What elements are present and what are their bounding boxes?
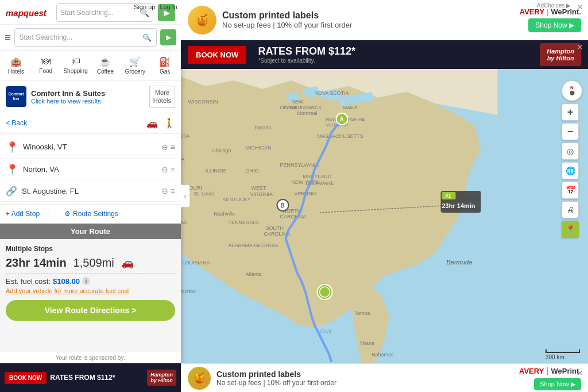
stop-list-icon-1[interactable]: ≡ — [171, 143, 175, 152]
ad-choices[interactable]: AdChoices ▶ — [537, 2, 571, 9]
svg-text:MARYLAND: MARYLAND — [303, 174, 332, 179]
svg-text:Atlanta: Atlanta — [246, 271, 262, 277]
stop-list-icon-3[interactable]: ≡ — [171, 186, 175, 195]
log-in-link[interactable]: Log In — [160, 3, 177, 10]
stop-actions-3: ⊖ ≡ — [161, 186, 175, 195]
category-shopping[interactable]: 🏷 Shopping — [62, 54, 90, 77]
calendar-button[interactable]: 📅 — [562, 182, 579, 199]
print-button[interactable]: 🖨 — [562, 201, 579, 218]
settings-icon: ⚙ — [64, 210, 71, 218]
route-panel: < Back 🚗 🚶 📍 Winooski, VT ⊖ ≡ 📍 Norton, … — [0, 113, 181, 392]
svg-text:Bahamas: Bahamas — [372, 352, 394, 358]
svg-text:NEW: NEW — [292, 99, 304, 105]
ad-close-icon[interactable]: ✕ — [577, 2, 583, 11]
shop-now-button[interactable]: Shop Now ▶ — [528, 18, 581, 32]
back-button[interactable]: < Back — [6, 119, 27, 127]
shopping-icon: 🏷 — [71, 56, 80, 67]
gas-label: Gas — [160, 68, 170, 75]
bottom-ad-title: Custom printed labels — [216, 370, 513, 379]
fuel-info-icon[interactable]: ℹ — [82, 277, 90, 285]
stop-name-2: Norton, VA — [23, 165, 157, 174]
stop-item-3: 🔗 St. Augustine, FL ⊖ ≡ — [0, 181, 181, 202]
category-coffee[interactable]: ☕ Coffee — [91, 54, 119, 77]
stop-minus-icon-2[interactable]: ⊖ — [161, 165, 168, 174]
hamburger-icon[interactable]: ≡ — [5, 32, 11, 44]
hotel-info: Comfort Inn & Suites Click here to view … — [31, 89, 145, 105]
route-divider — [6, 273, 175, 274]
stop-actions-2: ⊖ ≡ — [161, 165, 175, 174]
rates-sub: *Subject to availability. — [258, 57, 534, 64]
svg-text:A: A — [340, 116, 344, 122]
route-settings-label: Route Settings — [73, 210, 118, 218]
svg-text:Gulf: Gulf — [320, 328, 332, 335]
stop-item-1: 📍 Winooski, VT ⊖ ≡ — [0, 136, 181, 159]
sign-up-link[interactable]: Sign up — [134, 3, 155, 10]
walking-icon[interactable]: 🚶 — [164, 118, 175, 129]
category-hotels[interactable]: 🏨 Hotels — [2, 54, 30, 77]
ad-right: AVERY | WePrint. Shop Now ▶ — [520, 7, 581, 32]
bottom-ad-close-icon[interactable]: ✕ — [577, 368, 583, 378]
bottom-shop-now-button[interactable]: Shop Now ▶ — [534, 378, 581, 390]
direction-button[interactable]: ▶ — [160, 29, 176, 45]
more-hotels-button[interactable]: More Hotels — [149, 86, 175, 108]
bottom-ad-banner: 🍯 Custom printed labels No set-up fees |… — [181, 363, 588, 392]
sidebar-book-now-button[interactable]: BOOK NOW — [5, 372, 47, 384]
category-bar: 🏨 Hotels 🍽 Food 🏷 Shopping ☕ Coffee 🛒 Gr… — [0, 51, 181, 81]
hotel-promo: ComfortInn Comfort Inn & Suites Click he… — [0, 81, 181, 113]
avery-logo: AVERY | WePrint. — [520, 7, 581, 16]
svg-text:Tampa: Tampa — [355, 310, 370, 316]
hotel-subtitle[interactable]: Click here to view results — [31, 98, 145, 105]
svg-text:MAINE: MAINE — [343, 105, 358, 110]
stop-minus-icon-1[interactable]: ⊖ — [161, 143, 168, 152]
sidebar-hampton-logo: Hamptonby Hilton — [147, 370, 176, 386]
sidebar-collapse-handle[interactable]: ‹ — [181, 185, 190, 207]
route-car-icon: 🚗 — [121, 256, 134, 269]
svg-text:KENTUCKY: KENTUCKY — [223, 197, 251, 202]
food-label: Food — [39, 68, 52, 74]
svg-text:CAROLINA: CAROLINA — [280, 214, 307, 220]
svg-text:Chicago: Chicago — [212, 148, 231, 153]
category-food[interactable]: 🍽 Food — [32, 54, 60, 77]
category-grocery[interactable]: 🛒 Grocery — [121, 54, 149, 77]
scale-label: 300 km — [546, 354, 564, 360]
svg-text:Toronto: Toronto — [254, 125, 272, 130]
sidebar-hampton-ad: BOOK NOW RATES FROM $112* Hamptonby Hilt… — [0, 363, 181, 392]
mapquest-pin-button[interactable]: 📍 — [562, 221, 579, 238]
hampton-close-icon[interactable]: ✕ — [577, 43, 583, 52]
svg-text:St. Louis: St. Louis — [194, 191, 215, 197]
svg-text:NOVA SCOTIA: NOVA SCOTIA — [315, 90, 349, 96]
add-vehicle-link[interactable]: Add your vehicle for more accurate fuel … — [6, 287, 175, 294]
route-stats: 23hr 14min 1,509mi 🚗 — [6, 256, 175, 270]
stop-list-icon-2[interactable]: ≡ — [171, 165, 175, 174]
stop-minus-icon-3[interactable]: ⊖ — [161, 186, 168, 195]
map-header: 🍯 Custom printed labels No set-up fees |… — [181, 0, 588, 69]
shopping-label: Shopping — [63, 68, 87, 74]
globe-button[interactable]: 🌐 — [562, 162, 579, 179]
compass-control[interactable]: N⬤ — [562, 80, 582, 101]
car-icon[interactable]: 🚗 — [146, 118, 158, 129]
svg-text:LOUISIANA: LOUISIANA — [183, 260, 210, 266]
route-settings-button[interactable]: ⚙ Route Settings — [64, 210, 118, 218]
search-placeholder: Start Searching... — [60, 9, 137, 17]
locate-button[interactable]: ◎ — [562, 143, 579, 160]
zoom-in-button[interactable]: + — [562, 103, 579, 121]
hotels-label: Hotels — [8, 68, 24, 75]
book-now-button[interactable]: BOOK NOW — [188, 46, 246, 64]
svg-text:Bermuda: Bermuda — [447, 259, 473, 266]
route-distance: 1,509mi — [74, 256, 114, 270]
sponsored-label: Your route is sponsored by: — [0, 352, 181, 363]
add-stop-button[interactable]: + Add Stop — [6, 210, 40, 218]
svg-text:GEORGIA: GEORGIA — [254, 243, 278, 248]
svg-text:PENNSYLVANIA: PENNSYLVANIA — [280, 162, 319, 168]
back-bar: < Back 🚗 🚶 — [0, 113, 181, 134]
category-gas[interactable]: ⛽ Gas — [151, 54, 179, 77]
svg-text:SOUTH: SOUTH — [266, 225, 284, 231]
multiple-stops-label: Multiple Stops — [6, 245, 175, 253]
ad-title: Custom printed labels — [222, 10, 514, 21]
search-btn-icon[interactable]: 🔍 — [142, 33, 152, 42]
hampton-logo: Hamptonby Hilton — [540, 43, 581, 66]
svg-text:MICHIGAN: MICHIGAN — [246, 145, 272, 151]
zoom-out-button[interactable]: − — [562, 123, 579, 140]
view-route-directions-button[interactable]: View Route Directions > — [6, 300, 175, 321]
sidebar-rates-text: RATES FROM $112* — [50, 374, 144, 382]
